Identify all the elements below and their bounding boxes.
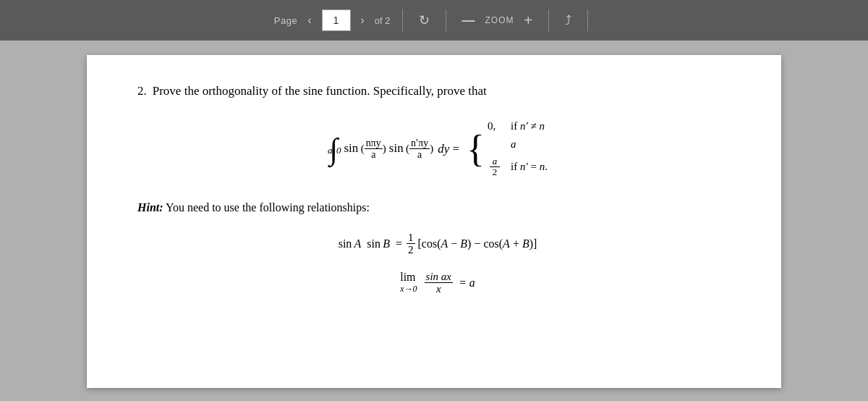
lim-keyword: lim (400, 271, 415, 284)
toolbar: Page ‹ › of 2 ↻ — ZOOM + ⤴ (0, 0, 868, 41)
hint-text: You need to use the following relationsh… (163, 201, 370, 214)
separator-3 (548, 9, 549, 31)
sin-term-2: sin (n′πya) (389, 138, 433, 161)
zoom-minus-icon: — (462, 13, 475, 28)
page-of-total: of 2 (375, 15, 391, 26)
problem-statement: 2. Prove the orthogonality of the sine f… (137, 84, 738, 98)
integral-lower-bound: 0 (336, 145, 341, 156)
page-number-input[interactable] (322, 9, 351, 31)
sin-term-1: sin (nπya) (344, 138, 386, 161)
piecewise-row-a: a (488, 137, 548, 152)
dy-label: dy = (438, 142, 459, 156)
lim-equals: = a (459, 277, 475, 290)
expand-icon: ⤴ (565, 13, 571, 28)
prev-page-button[interactable]: ‹ (303, 11, 315, 30)
problem-text: Prove the orthogonality of the sine func… (153, 84, 487, 98)
separator-4 (587, 9, 588, 31)
product-to-sum-formula: sin A sin B = 12 [cos(A − B) − cos(A + B… (137, 232, 738, 256)
limit-formula: lim x→0 sin ax x = a (137, 271, 738, 295)
page-label: Page (274, 15, 297, 26)
piecewise-row-half: a2 if n′ = n. (488, 155, 548, 180)
chevron-left-icon: ‹ (307, 14, 311, 27)
hint-block: Hint: You need to use the following rela… (137, 201, 738, 214)
zoom-minus-button[interactable]: — (458, 10, 480, 31)
zoom-label: ZOOM (485, 15, 514, 25)
zoom-plus-icon: + (524, 12, 533, 29)
piecewise-brace: { (467, 130, 485, 168)
separator-2 (446, 9, 446, 31)
refresh-icon: ↻ (419, 12, 430, 28)
document-area: 2. Prove the orthogonality of the sine f… (0, 41, 868, 401)
separator-1 (402, 9, 403, 31)
zoom-plus-button[interactable]: + (520, 9, 537, 32)
lim-fraction: sin ax x (425, 271, 453, 295)
chevron-right-icon: › (361, 14, 365, 27)
formula-rhs: [cos(A − B) − cos(A + B)] (418, 237, 537, 250)
refresh-button[interactable]: ↻ (414, 9, 434, 31)
piecewise-row-0: 0, if n′ ≠ n (488, 119, 548, 134)
expand-button[interactable]: ⤴ (561, 10, 576, 31)
next-page-button[interactable]: › (357, 11, 369, 30)
page-content: 2. Prove the orthogonality of the sine f… (87, 55, 781, 388)
problem-number: 2. (137, 84, 147, 98)
formula-lhs: sin A sin B = (339, 237, 402, 250)
integral-equation: a ∫ 0 sin (nπya) sin (n′πya) dy = { (137, 119, 738, 180)
hint-keyword: Hint: (137, 201, 163, 214)
lim-subscript: x→0 (400, 284, 417, 295)
